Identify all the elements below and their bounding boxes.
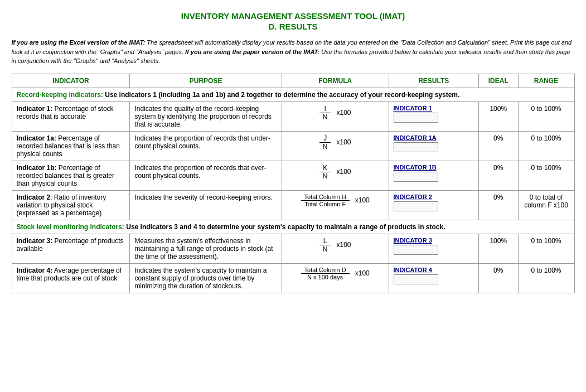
ind1b-purpose-cell: Indicates the proportion of records that… [130, 161, 282, 190]
header-range: RANGE [518, 74, 574, 88]
ind1b-result-label: INDICATOR 1B [394, 164, 437, 171]
ind1b-ideal-cell: 0% [478, 161, 518, 190]
ind1a-range-cell: 0 to 100% [518, 131, 574, 161]
ind1a-result-label: INDICATOR 1A [394, 134, 437, 141]
ind1a-formula-cell: J N x100 [282, 131, 389, 161]
ind3-fraction-bottom: N [319, 245, 331, 253]
ind1-fraction-bottom: N [319, 113, 331, 121]
ind1a-multiplier: x100 [336, 138, 351, 146]
ind3-formula: L N x100 [287, 237, 384, 253]
section2-header-cell: Stock level monitoring indicators: Use i… [12, 220, 574, 234]
header-formula: FORMULA [282, 74, 389, 88]
header-indicator: INDICATOR [12, 74, 130, 88]
ind2-range-cell: 0 to total of column F x100 [518, 190, 574, 220]
section1-header-row: Record-keeping indicators: Use indicator… [12, 88, 574, 101]
ind3-range-cell: 0 to 100% [518, 234, 574, 263]
ind3-result-label: INDICATOR 3 [394, 237, 432, 244]
intro-text: If you are using the Excel version of th… [12, 38, 575, 66]
ind1-result-label: INDICATOR 1 [394, 105, 432, 112]
section2-header-desc: Use indicators 3 and 4 to determine your… [124, 223, 445, 231]
section1-header-label: Record-keeping indicators: [17, 91, 103, 99]
header-ideal: IDEAL [478, 74, 518, 88]
ind1-formula: I N x100 [287, 105, 384, 121]
table-row: Indicator 3: Percentage of products avai… [12, 234, 574, 263]
intro-part2-label: If you are using the paper version of th… [185, 49, 319, 55]
ind1a-ideal-cell: 0% [478, 131, 518, 161]
ind2-ideal-cell: 0% [478, 190, 518, 220]
ind1-input[interactable] [394, 113, 438, 123]
ind1-label-bold: Indicator 1: [17, 105, 53, 113]
ind2-fraction: Total Column H Total Column F [301, 193, 350, 207]
ind2-fraction-top: Total Column H [301, 193, 350, 201]
ind4-fraction-bottom: N x 100 days [304, 274, 346, 280]
ind2-result-label: INDICATOR 2 [394, 193, 432, 200]
ind3-input[interactable] [394, 245, 438, 255]
ind1-results-cell: INDICATOR 1 [389, 101, 478, 131]
ind3-label-bold: Indicator 3: [17, 237, 53, 245]
ind1-purpose-cell: Indicates the quality of the record-keep… [130, 101, 282, 131]
ind2-label-bold: Indicator 2 [17, 193, 51, 201]
ind2-formula: Total Column H Total Column F x100 [287, 193, 384, 207]
ind3-purpose-cell: Measures the system's effectiveness in m… [130, 234, 282, 263]
ind1a-purpose-cell: Indicates the proportion of records that… [130, 131, 282, 161]
main-table: INDICATOR PURPOSE FORMULA RESULTS IDEAL … [12, 74, 575, 293]
ind1b-input[interactable] [394, 172, 438, 182]
ind4-formula-cell: Total Column D N x 100 days x100 [282, 263, 389, 293]
ind4-results-cell: INDICATOR 4 [389, 263, 478, 293]
ind4-ideal-cell: 0% [478, 263, 518, 293]
ind4-label-bold: Indicator 4: [17, 267, 53, 274]
ind2-input[interactable] [394, 201, 438, 211]
ind2-results-cell: INDICATOR 2 [389, 190, 478, 220]
ind1-fraction-top: I [319, 105, 331, 113]
ind1b-indicator-cell: Indicator 1b: Percentage of recorded bal… [12, 161, 130, 190]
ind1b-results-cell: INDICATOR 1B [389, 161, 478, 190]
ind1b-label-bold: Indicator 1b: [17, 164, 57, 172]
ind1b-formula-cell: K N x100 [282, 161, 389, 190]
section2-header-label: Stock level monitoring indicators: [17, 223, 124, 231]
ind1a-formula: J N x100 [287, 134, 384, 151]
ind1a-fraction: J N [319, 134, 331, 151]
ind1-fraction: I N [319, 105, 331, 121]
ind4-indicator-box: INDICATOR 4 [394, 267, 474, 284]
ind2-formula-cell: Total Column H Total Column F x100 [282, 190, 389, 220]
ind4-formula: Total Column D N x 100 days x100 [287, 267, 384, 280]
ind1a-results-cell: INDICATOR 1A [389, 131, 478, 161]
ind1a-label-bold: Indicator 1a: [17, 134, 56, 142]
table-row: Indicator 2: Ratio of inventory variatio… [12, 190, 574, 220]
ind1-multiplier: x100 [336, 109, 351, 117]
ind3-fraction-top: L [319, 237, 331, 245]
section2-header-row: Stock level monitoring indicators: Use i… [12, 220, 574, 234]
section1-header-desc: Use indicators 1 (including 1a and 1b) a… [103, 91, 460, 99]
ind1b-indicator-box: INDICATOR 1B [394, 164, 474, 182]
table-row: Indicator 1b: Percentage of recorded bal… [12, 161, 574, 190]
ind1-range-cell: 0 to 100% [518, 101, 574, 131]
ind4-indicator-cell: Indicator 4: Average percentage of time … [12, 263, 130, 293]
ind1a-indicator-cell: Indicator 1a: Percentage of recorded bal… [12, 131, 130, 161]
ind1-formula-cell: I N x100 [282, 101, 389, 131]
ind1b-formula: K N x100 [287, 164, 384, 180]
ind3-ideal-cell: 100% [478, 234, 518, 263]
ind2-fraction-bottom: Total Column F [301, 201, 349, 207]
ind3-indicator-box: INDICATOR 3 [394, 237, 474, 255]
ind4-multiplier: x100 [355, 269, 370, 277]
header-results: RESULTS [389, 74, 478, 88]
ind1a-indicator-box: INDICATOR 1A [394, 134, 474, 152]
section1-header-cell: Record-keeping indicators: Use indicator… [12, 88, 574, 101]
ind2-purpose-cell: Indicates the severity of record-keeping… [130, 190, 282, 220]
ind3-fraction: L N [319, 237, 331, 253]
ind2-multiplier: x100 [355, 196, 370, 204]
ind1b-fraction-top: K [319, 164, 331, 172]
ind1a-input[interactable] [394, 142, 438, 152]
ind2-indicator-cell: Indicator 2: Ratio of inventory variatio… [12, 190, 130, 220]
ind4-fraction-top: Total Column D [301, 267, 350, 274]
ind1b-range-cell: 0 to 100% [518, 161, 574, 190]
table-row: Indicator 4: Average percentage of time … [12, 263, 574, 293]
ind1b-fraction-bottom: N [319, 172, 331, 180]
ind1-indicator-cell: Indicator 1: Percentage of stock records… [12, 101, 130, 131]
ind4-input[interactable] [394, 274, 438, 284]
ind3-results-cell: INDICATOR 3 [389, 234, 478, 263]
sub-title: D. RESULTS [12, 22, 575, 31]
table-row: Indicator 1: Percentage of stock records… [12, 101, 574, 131]
ind1-indicator-box: INDICATOR 1 [394, 105, 474, 123]
ind4-result-label: INDICATOR 4 [394, 267, 432, 273]
